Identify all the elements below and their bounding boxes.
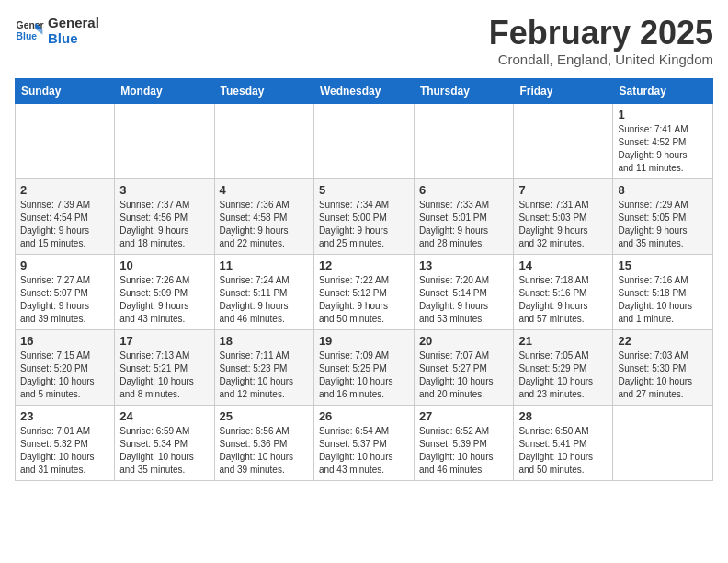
day-number: 19 [319, 334, 409, 348]
day-detail: Sunrise: 7:01 AM Sunset: 5:32 PM Dayligh… [20, 425, 109, 477]
day-detail: Sunrise: 7:11 AM Sunset: 5:23 PM Dayligh… [220, 350, 309, 401]
calendar-cell: 17Sunrise: 7:13 AM Sunset: 5:21 PM Dayli… [115, 329, 214, 405]
day-detail: Sunrise: 7:27 AM Sunset: 5:07 PM Dayligh… [20, 274, 109, 326]
day-number: 28 [518, 409, 608, 423]
weekday-header-wednesday: Wednesday [313, 78, 414, 103]
day-detail: Sunrise: 7:22 AM Sunset: 5:12 PM Dayligh… [319, 274, 409, 326]
logo-icon: General Blue [15, 16, 44, 45]
day-detail: Sunrise: 7:07 AM Sunset: 5:27 PM Dayligh… [419, 350, 509, 401]
calendar-table: SundayMondayTuesdayWednesdayThursdayFrid… [15, 78, 713, 481]
calendar-cell: 28Sunrise: 6:50 AM Sunset: 5:41 PM Dayli… [514, 405, 613, 480]
calendar-subtitle: Crondall, England, United Kingdom [489, 52, 713, 67]
day-number: 21 [518, 334, 608, 348]
day-detail: Sunrise: 7:34 AM Sunset: 5:00 PM Dayligh… [319, 199, 409, 250]
calendar-cell [115, 103, 214, 178]
weekday-header-friday: Friday [514, 78, 613, 103]
day-detail: Sunrise: 7:20 AM Sunset: 5:14 PM Dayligh… [419, 274, 509, 326]
calendar-cell [514, 103, 613, 178]
day-number: 25 [220, 409, 309, 423]
day-detail: Sunrise: 7:05 AM Sunset: 5:29 PM Dayligh… [518, 350, 608, 401]
calendar-cell: 10Sunrise: 7:26 AM Sunset: 5:09 PM Dayli… [115, 254, 214, 329]
calendar-cell: 15Sunrise: 7:16 AM Sunset: 5:18 PM Dayli… [613, 254, 713, 329]
day-number: 7 [518, 183, 608, 197]
calendar-cell: 9Sunrise: 7:27 AM Sunset: 5:07 PM Daylig… [16, 254, 115, 329]
day-number: 9 [20, 259, 109, 272]
title-area: February 2025 Crondall, England, United … [489, 15, 713, 67]
calendar-cell: 22Sunrise: 7:03 AM Sunset: 5:30 PM Dayli… [613, 329, 713, 405]
week-row-1: 1Sunrise: 7:41 AM Sunset: 4:52 PM Daylig… [16, 103, 713, 178]
logo: General Blue General Blue [15, 15, 99, 46]
day-detail: Sunrise: 7:37 AM Sunset: 4:56 PM Dayligh… [119, 199, 209, 250]
day-number: 20 [419, 334, 509, 348]
day-number: 27 [419, 409, 509, 423]
logo-line1: General [48, 15, 99, 30]
day-number: 23 [20, 409, 109, 423]
day-number: 15 [618, 259, 708, 272]
calendar-cell: 7Sunrise: 7:31 AM Sunset: 5:03 PM Daylig… [514, 178, 613, 254]
weekday-header-saturday: Saturday [613, 78, 713, 103]
week-row-2: 2Sunrise: 7:39 AM Sunset: 4:54 PM Daylig… [16, 178, 713, 254]
day-detail: Sunrise: 6:59 AM Sunset: 5:34 PM Dayligh… [119, 425, 209, 477]
day-detail: Sunrise: 7:39 AM Sunset: 4:54 PM Dayligh… [20, 199, 109, 250]
calendar-cell: 21Sunrise: 7:05 AM Sunset: 5:29 PM Dayli… [514, 329, 613, 405]
calendar-cell: 3Sunrise: 7:37 AM Sunset: 4:56 PM Daylig… [115, 178, 214, 254]
day-detail: Sunrise: 6:54 AM Sunset: 5:37 PM Dayligh… [319, 425, 409, 477]
day-detail: Sunrise: 7:16 AM Sunset: 5:18 PM Dayligh… [618, 274, 708, 326]
day-number: 17 [119, 334, 209, 348]
weekday-header-tuesday: Tuesday [214, 78, 313, 103]
day-number: 5 [319, 183, 409, 197]
calendar-cell: 19Sunrise: 7:09 AM Sunset: 5:25 PM Dayli… [313, 329, 414, 405]
day-detail: Sunrise: 7:09 AM Sunset: 5:25 PM Dayligh… [319, 350, 409, 401]
calendar-cell [214, 103, 313, 178]
weekday-header-thursday: Thursday [414, 78, 514, 103]
logo-line2: Blue [48, 30, 99, 46]
svg-text:Blue: Blue [17, 31, 38, 41]
day-number: 13 [419, 259, 509, 272]
weekday-header-row: SundayMondayTuesdayWednesdayThursdayFrid… [16, 78, 713, 103]
weekday-header-sunday: Sunday [16, 78, 115, 103]
calendar-title: February 2025 [489, 15, 713, 52]
day-detail: Sunrise: 7:41 AM Sunset: 4:52 PM Dayligh… [618, 123, 708, 175]
week-row-5: 23Sunrise: 7:01 AM Sunset: 5:32 PM Dayli… [16, 405, 713, 480]
calendar-cell: 5Sunrise: 7:34 AM Sunset: 5:00 PM Daylig… [313, 178, 414, 254]
day-number: 1 [618, 108, 708, 121]
day-detail: Sunrise: 7:26 AM Sunset: 5:09 PM Dayligh… [119, 274, 209, 326]
calendar-cell: 20Sunrise: 7:07 AM Sunset: 5:27 PM Dayli… [414, 329, 514, 405]
day-detail: Sunrise: 7:29 AM Sunset: 5:05 PM Dayligh… [618, 199, 708, 250]
calendar-cell: 14Sunrise: 7:18 AM Sunset: 5:16 PM Dayli… [514, 254, 613, 329]
day-detail: Sunrise: 7:24 AM Sunset: 5:11 PM Dayligh… [220, 274, 309, 326]
day-detail: Sunrise: 6:52 AM Sunset: 5:39 PM Dayligh… [419, 425, 509, 477]
calendar-cell: 27Sunrise: 6:52 AM Sunset: 5:39 PM Dayli… [414, 405, 514, 480]
day-detail: Sunrise: 7:33 AM Sunset: 5:01 PM Dayligh… [419, 199, 509, 250]
calendar-cell [313, 103, 414, 178]
calendar-cell: 4Sunrise: 7:36 AM Sunset: 4:58 PM Daylig… [214, 178, 313, 254]
day-detail: Sunrise: 6:56 AM Sunset: 5:36 PM Dayligh… [220, 425, 309, 477]
calendar-cell: 12Sunrise: 7:22 AM Sunset: 5:12 PM Dayli… [313, 254, 414, 329]
day-number: 8 [618, 183, 708, 197]
day-number: 16 [20, 334, 109, 348]
day-number: 11 [220, 259, 309, 272]
day-detail: Sunrise: 7:03 AM Sunset: 5:30 PM Dayligh… [618, 350, 708, 401]
calendar-cell [613, 405, 713, 480]
calendar-cell: 18Sunrise: 7:11 AM Sunset: 5:23 PM Dayli… [214, 329, 313, 405]
day-detail: Sunrise: 7:31 AM Sunset: 5:03 PM Dayligh… [518, 199, 608, 250]
calendar-cell: 8Sunrise: 7:29 AM Sunset: 5:05 PM Daylig… [613, 178, 713, 254]
week-row-3: 9Sunrise: 7:27 AM Sunset: 5:07 PM Daylig… [16, 254, 713, 329]
day-detail: Sunrise: 7:15 AM Sunset: 5:20 PM Dayligh… [20, 350, 109, 401]
day-number: 24 [119, 409, 209, 423]
week-row-4: 16Sunrise: 7:15 AM Sunset: 5:20 PM Dayli… [16, 329, 713, 405]
day-detail: Sunrise: 7:36 AM Sunset: 4:58 PM Dayligh… [220, 199, 309, 250]
day-number: 22 [618, 334, 708, 348]
calendar-cell: 1Sunrise: 7:41 AM Sunset: 4:52 PM Daylig… [613, 103, 713, 178]
day-number: 4 [220, 183, 309, 197]
calendar-cell: 11Sunrise: 7:24 AM Sunset: 5:11 PM Dayli… [214, 254, 313, 329]
day-number: 18 [220, 334, 309, 348]
header: General Blue General Blue February 2025 … [15, 15, 713, 67]
calendar-cell: 26Sunrise: 6:54 AM Sunset: 5:37 PM Dayli… [313, 405, 414, 480]
weekday-header-monday: Monday [115, 78, 214, 103]
day-number: 14 [518, 259, 608, 272]
day-detail: Sunrise: 7:18 AM Sunset: 5:16 PM Dayligh… [518, 274, 608, 326]
day-number: 3 [119, 183, 209, 197]
calendar-cell: 6Sunrise: 7:33 AM Sunset: 5:01 PM Daylig… [414, 178, 514, 254]
day-number: 2 [20, 183, 109, 197]
